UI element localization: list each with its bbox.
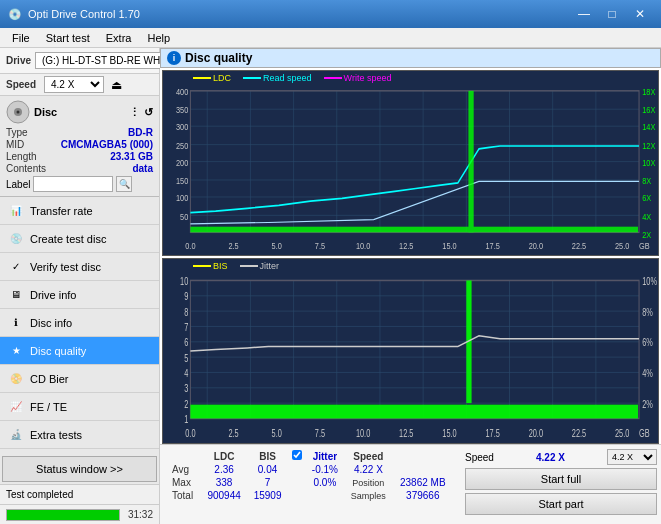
svg-text:GB: GB bbox=[639, 240, 650, 251]
sidebar-item-fe-te[interactable]: 📈 FE / TE bbox=[0, 393, 159, 421]
minimize-button[interactable]: — bbox=[571, 4, 597, 24]
sidebar-item-transfer-rate[interactable]: 📊 Transfer rate bbox=[0, 197, 159, 225]
nav-items: 📊 Transfer rate 💿 Create test disc ✓ Ver… bbox=[0, 197, 159, 454]
max-ldc: 338 bbox=[201, 476, 248, 489]
disc-info-box: Disc ⋮ ↺ Type BD-R MID CMCMAGBA5 (000) L… bbox=[0, 96, 159, 197]
sidebar-item-create-test-disc[interactable]: 💿 Create test disc bbox=[0, 225, 159, 253]
disc-svg-icon bbox=[6, 100, 30, 124]
svg-text:9: 9 bbox=[184, 291, 188, 303]
svg-text:350: 350 bbox=[176, 104, 188, 115]
titlebar-controls: — □ ✕ bbox=[571, 4, 653, 24]
disc-label-input[interactable] bbox=[33, 176, 113, 192]
sidebar-item-label: Create test disc bbox=[30, 233, 106, 245]
svg-text:22.5: 22.5 bbox=[572, 240, 586, 251]
sidebar-item-label: Disc quality bbox=[30, 345, 86, 357]
sidebar-item-verify-test-disc[interactable]: ✓ Verify test disc bbox=[0, 253, 159, 281]
legend-jitter: Jitter bbox=[240, 261, 280, 271]
sidebar-item-extra-tests[interactable]: 🔬 Extra tests bbox=[0, 421, 159, 449]
svg-text:3: 3 bbox=[184, 383, 188, 395]
disc-options-icon[interactable]: ⋮ bbox=[129, 106, 140, 119]
menu-file[interactable]: File bbox=[4, 30, 38, 46]
svg-text:7.5: 7.5 bbox=[315, 240, 325, 251]
jitter-checkbox[interactable] bbox=[292, 450, 302, 460]
disc-label-label: Label bbox=[6, 179, 30, 190]
svg-text:8%: 8% bbox=[642, 306, 653, 318]
sidebar-item-drive-info[interactable]: 🖥 Drive info bbox=[0, 281, 159, 309]
svg-text:2%: 2% bbox=[642, 398, 653, 410]
svg-point-2 bbox=[17, 111, 20, 114]
lower-chart-svg: 10 9 8 7 6 5 4 3 2 1 10% 8% 6% 4% 2% bbox=[163, 259, 658, 443]
svg-text:100: 100 bbox=[176, 192, 188, 203]
svg-text:300: 300 bbox=[176, 121, 188, 132]
status-window-button[interactable]: Status window >> bbox=[2, 456, 157, 482]
svg-text:14X: 14X bbox=[642, 121, 655, 132]
svg-text:50: 50 bbox=[180, 211, 188, 222]
svg-text:10: 10 bbox=[180, 276, 188, 288]
verify-test-disc-icon: ✓ bbox=[8, 259, 24, 275]
sidebar-item-label: Disc info bbox=[30, 317, 72, 329]
max-jitter: 0.0% bbox=[306, 476, 344, 489]
app-title: Opti Drive Control 1.70 bbox=[28, 8, 140, 20]
svg-text:22.5: 22.5 bbox=[572, 428, 586, 440]
avg-speed: 4.22 X bbox=[344, 463, 392, 476]
svg-text:8X: 8X bbox=[642, 175, 651, 186]
svg-text:20.0: 20.0 bbox=[529, 240, 543, 251]
avg-ldc: 2.36 bbox=[201, 463, 248, 476]
status-bar: Test completed bbox=[0, 484, 159, 504]
disc-type-label: Type bbox=[6, 127, 28, 138]
svg-text:25.0: 25.0 bbox=[615, 240, 629, 251]
start-part-button[interactable]: Start part bbox=[465, 493, 657, 515]
disc-mid-value: CMCMAGBA5 (000) bbox=[61, 139, 153, 150]
disc-header: Disc ⋮ ↺ bbox=[6, 100, 153, 124]
total-ldc: 900944 bbox=[201, 489, 248, 502]
svg-text:17.5: 17.5 bbox=[485, 428, 499, 440]
legend-ldc: LDC bbox=[193, 73, 231, 83]
sidebar-item-disc-info[interactable]: ℹ Disc info bbox=[0, 309, 159, 337]
max-label: Max bbox=[168, 476, 201, 489]
progress-bar-fill bbox=[7, 510, 119, 520]
total-bis: 15909 bbox=[247, 489, 287, 502]
legend-writespeed: Write speed bbox=[324, 73, 392, 83]
stats-row: LDC BIS Jitter Speed Avg bbox=[160, 444, 661, 524]
svg-text:GB: GB bbox=[639, 428, 650, 440]
svg-text:4: 4 bbox=[184, 368, 188, 380]
menu-starttest[interactable]: Start test bbox=[38, 30, 98, 46]
svg-text:7.5: 7.5 bbox=[315, 428, 325, 440]
svg-rect-25 bbox=[468, 91, 473, 233]
col-bis: BIS bbox=[247, 449, 287, 463]
start-full-button[interactable]: Start full bbox=[465, 468, 657, 490]
menu-extra[interactable]: Extra bbox=[98, 30, 140, 46]
disc-length-label: Length bbox=[6, 151, 37, 162]
svg-text:6%: 6% bbox=[642, 337, 653, 349]
maximize-button[interactable]: □ bbox=[599, 4, 625, 24]
eject-icon[interactable]: ⏏ bbox=[111, 78, 122, 92]
close-button[interactable]: ✕ bbox=[627, 4, 653, 24]
avg-label: Avg bbox=[168, 463, 201, 476]
drive-label: Drive bbox=[6, 55, 31, 66]
sidebar-item-label: Transfer rate bbox=[30, 205, 93, 217]
speed-select[interactable]: 4.2 X bbox=[44, 76, 104, 93]
svg-text:5: 5 bbox=[184, 352, 188, 364]
sidebar-item-label: Verify test disc bbox=[30, 261, 101, 273]
svg-text:15.0: 15.0 bbox=[442, 428, 456, 440]
svg-text:6X: 6X bbox=[642, 192, 651, 203]
disc-contents-value: data bbox=[132, 163, 153, 174]
transfer-rate-icon: 📊 bbox=[8, 203, 24, 219]
disc-label-button[interactable]: 🔍 bbox=[116, 176, 132, 192]
menu-help[interactable]: Help bbox=[139, 30, 178, 46]
svg-text:0.0: 0.0 bbox=[185, 428, 195, 440]
disc-refresh-icon[interactable]: ↺ bbox=[144, 106, 153, 119]
speed-stat-select[interactable]: 4.2 X bbox=[607, 449, 657, 465]
svg-text:200: 200 bbox=[176, 157, 188, 168]
status-text: Test completed bbox=[6, 489, 73, 500]
titlebar: 💿 Opti Drive Control 1.70 — □ ✕ bbox=[0, 0, 661, 28]
max-bis: 7 bbox=[247, 476, 287, 489]
svg-text:10X: 10X bbox=[642, 157, 655, 168]
svg-text:12.5: 12.5 bbox=[399, 428, 413, 440]
legend-readspeed: Read speed bbox=[243, 73, 312, 83]
sidebar-item-cd-bier[interactable]: 📀 CD Bier bbox=[0, 365, 159, 393]
svg-text:2.5: 2.5 bbox=[228, 240, 238, 251]
sidebar-item-disc-quality[interactable]: ★ Disc quality bbox=[0, 337, 159, 365]
svg-text:18X: 18X bbox=[642, 86, 655, 97]
fe-te-icon: 📈 bbox=[8, 399, 24, 415]
